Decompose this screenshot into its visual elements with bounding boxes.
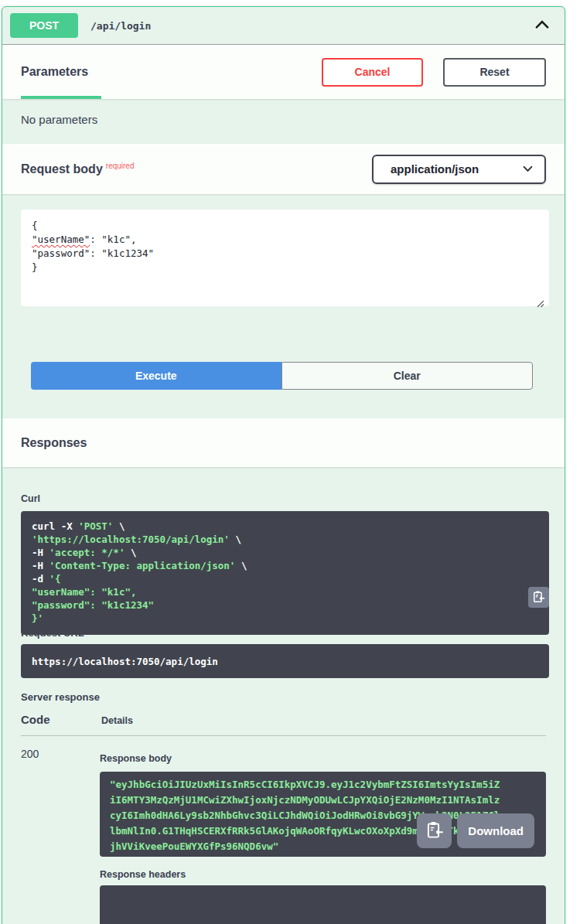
operation-path: /api/login (90, 20, 532, 32)
responses-title: Responses (21, 436, 87, 450)
content-type-select[interactable]: application/json (372, 155, 546, 184)
clear-button[interactable]: Clear (281, 362, 534, 390)
copy-curl-button[interactable] (528, 587, 549, 608)
request-body-title: Request bodyrequired (21, 162, 135, 176)
request-body-editor[interactable]: { "userName": "k1c", "password": "k1c123… (21, 210, 549, 306)
request-url-value: https://localhost:7050/api/login (21, 644, 549, 678)
resize-handle-icon[interactable] (537, 300, 544, 308)
responses-header: Responses (2, 418, 565, 467)
server-response-label: Server response (21, 691, 546, 703)
chevron-down-icon (522, 163, 534, 175)
clipboard-icon (425, 820, 444, 841)
execute-button[interactable]: Execute (31, 362, 281, 390)
response-actions: Download (417, 813, 534, 848)
content-type-value: application/json (391, 162, 479, 176)
response-body-label: Response body (100, 753, 546, 764)
server-response-table: Code Details 200 Response body "eyJhbGci… (21, 713, 546, 924)
method-badge[interactable]: POST (10, 13, 78, 38)
download-button[interactable]: Download (457, 813, 534, 848)
code-column-header: Code (21, 713, 101, 726)
parameters-header: Parameters Cancel Reset (2, 45, 565, 99)
request-body-section: { "userName": "k1c", "password": "k1c123… (2, 194, 565, 418)
table-row: 200 Response body "eyJhbGciOiJIUzUxMiIsI… (21, 736, 546, 924)
opblock-post-login: POST /api/login Parameters Cancel Reset … (2, 6, 565, 924)
operation-summary[interactable]: POST /api/login (2, 7, 565, 45)
chevron-up-icon (534, 16, 551, 36)
copy-response-button[interactable] (417, 813, 452, 848)
no-parameters-text: No parameters (2, 99, 565, 144)
active-tab-underline (21, 96, 101, 99)
curl-label: Curl (21, 493, 546, 504)
execute-row: Execute Clear (31, 362, 533, 390)
response-headers-label: Response headers (100, 869, 546, 880)
response-body-block: "eyJhbGciOiJIUzUxMiIsInR5cCI6IkpXVCJ9.ey… (100, 772, 546, 857)
table-header-row: Code Details (21, 713, 546, 735)
response-headers-block (100, 885, 546, 924)
status-code: 200 (21, 748, 100, 760)
clipboard-icon (532, 590, 545, 605)
responses-body: Curl curl -X 'POST' \ 'https://localhost… (2, 467, 565, 924)
cancel-button[interactable]: Cancel (322, 58, 423, 87)
curl-command: curl -X 'POST' \ 'https://localhost:7050… (21, 511, 549, 635)
reset-button[interactable]: Reset (443, 58, 546, 87)
request-body-header: Request bodyrequired application/json (2, 144, 565, 194)
required-flag: required (106, 162, 135, 170)
details-cell: Response body "eyJhbGciOiJIUzUxMiIsInR5c… (100, 748, 546, 924)
collapse-button[interactable] (532, 15, 552, 36)
details-column-header: Details (101, 715, 133, 726)
tab-parameters[interactable]: Parameters (21, 65, 88, 79)
